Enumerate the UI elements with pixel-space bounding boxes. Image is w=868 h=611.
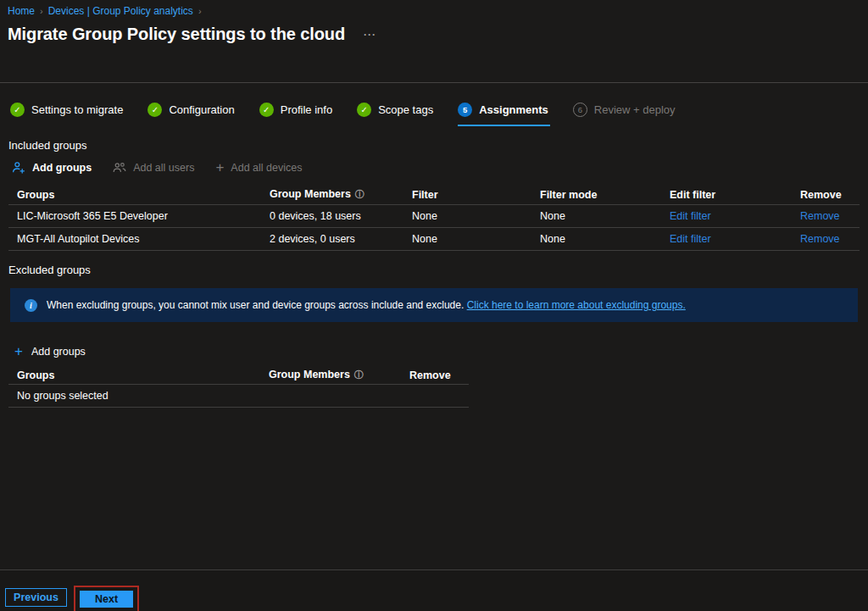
edit-filter-link[interactable]: Edit filter <box>670 210 711 222</box>
table-header-row: Groups Group Membersⓘ Filter Filter mode… <box>8 185 860 205</box>
column-header-groups: Groups <box>17 189 270 201</box>
step-label: Scope tags <box>378 103 433 116</box>
excluded-groups-table: Groups Group Membersⓘ Remove No groups s… <box>8 366 469 408</box>
breadcrumb: Home › Devices | Group Policy analytics … <box>8 5 860 17</box>
column-header-group-members: Group Membersⓘ <box>269 369 409 381</box>
group-members: 2 devices, 0 users <box>270 233 412 245</box>
more-options-icon[interactable]: ··· <box>364 29 376 41</box>
remove-link[interactable]: Remove <box>800 210 840 222</box>
step-configuration[interactable]: ✓ Configuration <box>147 95 236 126</box>
column-header-filter-mode: Filter mode <box>540 189 670 201</box>
add-all-users-label: Add all users <box>133 162 194 174</box>
add-all-devices-button[interactable]: + Add all devices <box>215 162 302 174</box>
check-circle-icon: ✓ <box>147 103 162 117</box>
group-members: 0 devices, 18 users <box>270 210 412 222</box>
excluded-groups-heading: Excluded groups <box>8 264 860 276</box>
add-groups-excluded-button[interactable]: + Add groups <box>14 346 868 358</box>
info-banner: i When excluding groups, you cannot mix … <box>10 288 858 322</box>
wizard-footer: Previous Next <box>0 569 868 611</box>
included-groups-table: Groups Group Membersⓘ Filter Filter mode… <box>8 185 860 251</box>
add-groups-label: Add groups <box>32 162 92 174</box>
add-all-users-button[interactable]: Add all users <box>113 161 194 175</box>
step-settings-to-migrate[interactable]: ✓ Settings to migrate <box>10 95 125 126</box>
step-label: Profile info <box>281 103 332 116</box>
table-header-row: Groups Group Membersⓘ Remove <box>8 366 469 385</box>
click-highlight-box: Next <box>74 586 139 611</box>
previous-button[interactable]: Previous <box>5 588 67 607</box>
check-circle-icon: ✓ <box>10 103 25 117</box>
column-header-remove: Remove <box>800 189 860 201</box>
filter-value: None <box>412 210 540 222</box>
step-profile-info[interactable]: ✓ Profile info <box>259 95 334 126</box>
step-label: Configuration <box>169 103 234 116</box>
step-label: Review + deploy <box>594 103 676 116</box>
step-scope-tags[interactable]: ✓ Scope tags <box>357 95 435 126</box>
empty-state-text: No groups selected <box>17 390 108 402</box>
column-header-filter: Filter <box>412 189 540 201</box>
next-button[interactable]: Next <box>80 591 133 608</box>
step-review-deploy[interactable]: 6 Review + deploy <box>573 95 677 126</box>
column-header-groups: Groups <box>17 369 269 381</box>
page-title: Migrate Group Policy settings to the clo… <box>8 25 345 44</box>
check-circle-icon: ✓ <box>357 103 371 117</box>
info-icon[interactable]: ⓘ <box>355 189 364 199</box>
included-groups-toolbar: Add groups Add all users + Add all devic… <box>12 161 868 175</box>
step-number-icon: 6 <box>573 103 587 117</box>
column-header-group-members: Group Membersⓘ <box>270 188 412 201</box>
banner-text: When excluding groups, you cannot mix us… <box>47 299 686 311</box>
chevron-right-icon: › <box>40 6 43 16</box>
filter-mode-value: None <box>540 233 670 245</box>
group-name: LIC-Microsoft 365 E5 Developer <box>17 210 270 222</box>
step-number-icon: 5 <box>458 103 472 117</box>
chevron-right-icon: › <box>198 6 202 16</box>
plus-icon: + <box>215 162 224 174</box>
empty-state-row: No groups selected <box>8 385 469 408</box>
add-user-icon <box>12 161 25 175</box>
table-row: MGT-All Autopilot Devices 2 devices, 0 u… <box>8 228 860 251</box>
filter-value: None <box>412 233 540 245</box>
add-all-devices-label: Add all devices <box>231 162 302 174</box>
column-header-edit-filter: Edit filter <box>670 189 800 201</box>
filter-mode-value: None <box>540 210 670 222</box>
migrate-group-policy-page: { "breadcrumb": { "separator": "›", "ite… <box>0 0 868 611</box>
included-groups-heading: Included groups <box>8 139 860 152</box>
learn-more-link[interactable]: Click here to learn more about excluding… <box>467 299 686 311</box>
step-label: Settings to migrate <box>31 103 123 116</box>
users-icon <box>113 161 126 175</box>
remove-link[interactable]: Remove <box>800 233 840 245</box>
page-header: Home › Devices | Group Policy analytics … <box>0 0 868 83</box>
column-header-remove: Remove <box>409 369 469 381</box>
add-groups-button[interactable]: Add groups <box>12 161 92 175</box>
info-icon: i <box>25 299 37 312</box>
info-icon[interactable]: ⓘ <box>354 369 364 380</box>
breadcrumb-group-policy-analytics-link[interactable]: Devices | Group Policy analytics <box>48 5 193 17</box>
add-groups-label: Add groups <box>31 346 86 358</box>
group-name: MGT-All Autopilot Devices <box>17 233 270 245</box>
step-label: Assignments <box>479 103 548 116</box>
plus-icon: + <box>14 346 23 358</box>
step-assignments[interactable]: 5 Assignments <box>458 95 550 126</box>
check-circle-icon: ✓ <box>259 103 274 117</box>
edit-filter-link[interactable]: Edit filter <box>670 233 711 245</box>
wizard-steps: ✓ Settings to migrate ✓ Configuration ✓ … <box>0 95 868 126</box>
table-row: LIC-Microsoft 365 E5 Developer 0 devices… <box>8 205 860 228</box>
breadcrumb-home-link[interactable]: Home <box>8 5 35 17</box>
